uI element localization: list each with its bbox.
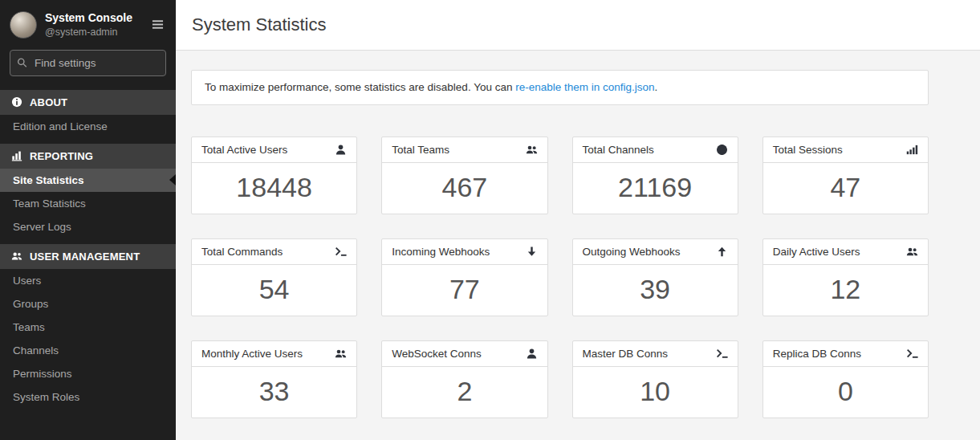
globe-icon: [716, 144, 728, 156]
stat-card-header: Total Teams: [382, 137, 547, 163]
stat-card-websocket-conns: WebSocket Conns2: [381, 340, 547, 418]
stat-card-total-sessions: Total Sessions47: [762, 136, 929, 214]
stat-card-header: Replica DB Conns: [763, 341, 928, 367]
user-icon: [526, 348, 538, 360]
terminal-icon: [335, 246, 347, 258]
menu-icon[interactable]: [149, 16, 166, 33]
stat-card-value: 33: [192, 367, 356, 418]
stat-card-header: WebSocket Conns: [382, 341, 547, 367]
stat-card-header: Daily Active Users: [763, 239, 928, 265]
sidebar-item-teams[interactable]: Teams: [0, 316, 176, 339]
settings-search: [10, 50, 166, 76]
stats-grid: Total Active Users18448Total Teams467Tot…: [191, 136, 929, 418]
stat-card-value: 12: [763, 265, 928, 316]
stat-card-title: Total Sessions: [773, 144, 843, 156]
users-icon: [335, 348, 347, 360]
page-header: System Statistics: [176, 0, 980, 51]
stat-card-header: Incoming Webhooks: [382, 239, 547, 265]
stat-card-value: 2: [382, 367, 547, 418]
stat-card-value: 54: [192, 265, 356, 316]
admin-username: @system-admin: [45, 26, 141, 39]
sidebar: System Console @system-admin ABOUTEditio…: [0, 0, 176, 440]
sidebar-section-user-management: USER MANAGEMENT: [0, 244, 176, 269]
sidebar-item-system-roles[interactable]: System Roles: [0, 385, 176, 409]
stat-card-total-active-users: Total Active Users18448: [191, 136, 357, 214]
stat-card-title: WebSocket Conns: [392, 348, 482, 360]
stat-card-title: Outgoing Webhooks: [583, 246, 681, 258]
stat-card-value: 47: [763, 163, 928, 214]
bar-chart-icon: [11, 150, 22, 161]
stat-card-value: 21169: [573, 163, 738, 214]
signal-bars-icon: [906, 144, 918, 156]
stat-card-value: 467: [382, 163, 547, 214]
sidebar-section-reporting: REPORTING: [0, 144, 176, 169]
sidebar-section-about: ABOUT: [0, 90, 176, 115]
users-icon: [906, 246, 918, 258]
stat-card-daily-active-users: Daily Active Users12: [762, 238, 929, 316]
arrow-up-icon: [716, 246, 728, 258]
sidebar-item-channels[interactable]: Channels: [0, 339, 176, 362]
stat-card-title: Total Commands: [201, 246, 283, 258]
user-icon: [335, 144, 347, 156]
search-input[interactable]: [10, 50, 166, 76]
content-area: To maximize performance, some statistics…: [176, 51, 980, 438]
page-title: System Statistics: [192, 13, 964, 37]
arrow-down-icon: [526, 246, 538, 258]
app-window: System Console @system-admin ABOUTEditio…: [0, 0, 980, 440]
stat-card-header: Total Channels: [573, 137, 738, 163]
terminal-icon: [906, 348, 918, 360]
sidebar-item-team-statistics[interactable]: Team Statistics: [0, 192, 176, 215]
stat-card-title: Total Teams: [392, 144, 449, 156]
config-json-link[interactable]: re-enable them in config.json: [515, 81, 654, 93]
stat-card-header: Total Sessions: [763, 137, 928, 163]
stat-card-total-teams: Total Teams467: [381, 136, 547, 214]
terminal-icon: [716, 348, 728, 360]
sidebar-item-site-statistics[interactable]: Site Statistics: [0, 169, 176, 192]
sidebar-nav: ABOUTEdition and LicenseREPORTINGSite St…: [0, 84, 176, 440]
sidebar-item-server-logs[interactable]: Server Logs: [0, 215, 176, 238]
avatar[interactable]: [10, 11, 37, 39]
stat-card-title: Total Channels: [583, 144, 654, 156]
stat-card-outgoing-webhooks: Outgoing Webhooks39: [572, 238, 738, 316]
stat-card-header: Master DB Conns: [573, 341, 738, 367]
banner-text-suffix: .: [655, 81, 658, 93]
stat-card-total-channels: Total Channels21169: [572, 136, 738, 214]
stat-card-value: 77: [382, 265, 547, 316]
users-icon: [526, 144, 538, 156]
stat-card-header: Monthly Active Users: [192, 341, 356, 367]
sidebar-section-label: ABOUT: [30, 96, 67, 108]
stat-card-title: Master DB Conns: [583, 348, 669, 360]
users-icon: [11, 251, 22, 262]
sidebar-header: System Console @system-admin: [0, 0, 176, 48]
stat-card-monthly-active-users: Monthly Active Users33: [191, 340, 357, 418]
stat-card-value: 18448: [192, 163, 356, 214]
main-panel: System Statistics To maximize performanc…: [176, 0, 980, 440]
stat-card-replica-db-conns: Replica DB Conns0: [762, 340, 929, 418]
sidebar-item-permissions[interactable]: Permissions: [0, 362, 176, 385]
performance-notice-banner: To maximize performance, some statistics…: [191, 70, 929, 105]
stat-card-value: 39: [573, 265, 738, 316]
sidebar-item-users[interactable]: Users: [0, 269, 176, 292]
stat-card-value: 10: [573, 367, 738, 418]
stat-card-master-db-conns: Master DB Conns10: [572, 340, 738, 418]
sidebar-section-label: REPORTING: [30, 150, 93, 162]
console-identity: System Console @system-admin: [45, 10, 141, 39]
info-icon: [11, 96, 22, 108]
stat-card-title: Daily Active Users: [773, 246, 860, 258]
stat-card-title: Monthly Active Users: [201, 348, 303, 360]
stat-card-total-commands: Total Commands54: [191, 238, 357, 316]
sidebar-item-edition-and-license[interactable]: Edition and License: [0, 115, 176, 138]
stat-card-title: Replica DB Conns: [773, 348, 861, 360]
banner-text: To maximize performance, some statistics…: [205, 81, 515, 93]
stat-card-header: Total Commands: [192, 239, 356, 265]
stat-card-incoming-webhooks: Incoming Webhooks77: [381, 238, 547, 316]
stat-card-title: Total Active Users: [201, 144, 287, 156]
stat-card-title: Incoming Webhooks: [392, 246, 490, 258]
sidebar-item-groups[interactable]: Groups: [0, 292, 176, 316]
stat-card-value: 0: [763, 367, 928, 418]
stat-card-header: Total Active Users: [192, 137, 356, 163]
sidebar-section-label: USER MANAGEMENT: [30, 251, 140, 263]
stat-card-header: Outgoing Webhooks: [573, 239, 738, 265]
console-title: System Console: [45, 10, 141, 26]
